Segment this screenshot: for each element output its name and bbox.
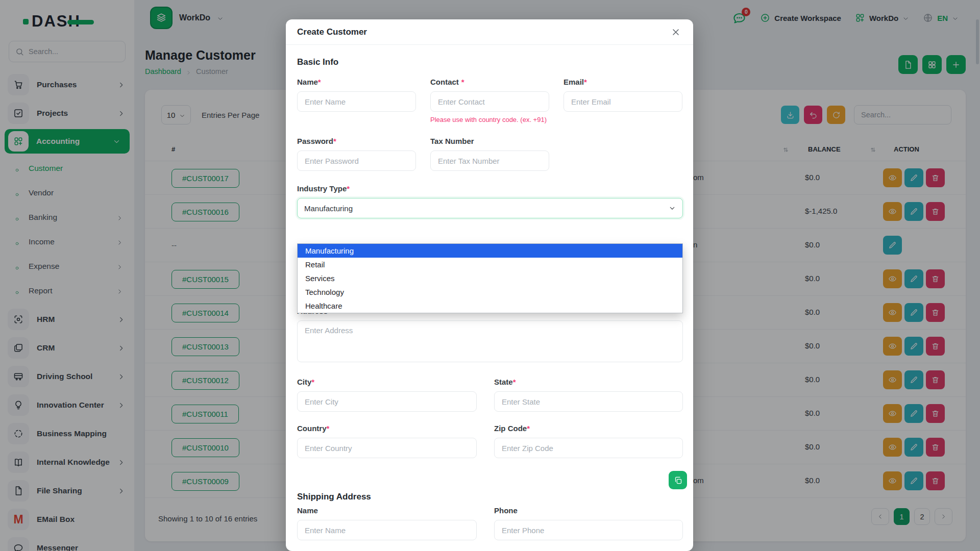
close-button[interactable] — [671, 27, 681, 37]
password-label: Password* — [297, 137, 416, 145]
industry-type-value: Manufacturing — [304, 204, 353, 213]
state-field[interactable] — [494, 391, 683, 412]
industry-option-services[interactable]: Services — [298, 271, 682, 285]
password-field[interactable] — [297, 151, 416, 171]
email-label: Email* — [564, 78, 682, 86]
industry-option-healthcare[interactable]: Healthcare — [298, 299, 682, 313]
modal-header: Create Customer — [286, 19, 693, 45]
city-label: City* — [297, 378, 477, 386]
name-field[interactable] — [297, 91, 416, 112]
create-customer-modal: Create Customer Basic Info Name* Contact… — [286, 19, 693, 551]
shipping-address-heading: Shipping Address — [297, 492, 683, 502]
shipping-phone-field[interactable] — [494, 520, 683, 540]
name-label: Name* — [297, 78, 416, 86]
industry-type-select[interactable]: Manufacturing — [297, 198, 683, 218]
shipping-name-label: Name — [297, 506, 477, 515]
industry-option-manufacturing[interactable]: Manufacturing — [298, 244, 682, 258]
country-label: Country* — [297, 424, 477, 433]
industry-option-retail[interactable]: Retail — [298, 258, 682, 271]
city-field[interactable] — [297, 391, 477, 412]
close-icon — [671, 27, 681, 37]
chevron-down-icon — [669, 205, 676, 212]
modal-body: Basic Info Name* Contact* Please use wit… — [286, 45, 693, 551]
address-field[interactable] — [297, 320, 683, 362]
zip-code-field[interactable] — [494, 438, 683, 458]
copy-icon — [674, 476, 682, 485]
shipping-name-field[interactable] — [297, 520, 477, 540]
industry-type-label: Industry Type* — [297, 184, 683, 193]
zip-code-label: Zip Code* — [494, 424, 683, 433]
basic-info-heading: Basic Info — [297, 57, 683, 67]
industry-type-dropdown: ManufacturingRetailServicesTechnologyHea… — [297, 243, 683, 313]
shipping-phone-label: Phone — [494, 506, 683, 515]
tax-number-label: Tax Number — [430, 137, 549, 145]
industry-option-technology[interactable]: Technology — [298, 285, 682, 299]
state-label: State* — [494, 378, 683, 386]
copy-billing-to-shipping-button[interactable] — [669, 471, 687, 489]
contact-hint: Please use with country code. (ex. +91) — [430, 116, 549, 123]
modal-title: Create Customer — [297, 27, 367, 37]
contact-label: Contact* — [430, 78, 549, 86]
country-field[interactable] — [297, 438, 477, 458]
contact-field[interactable] — [430, 91, 549, 112]
tax-number-field[interactable] — [430, 151, 549, 171]
page-scrollbar[interactable] — [976, 19, 979, 64]
email-field[interactable] — [564, 91, 682, 112]
